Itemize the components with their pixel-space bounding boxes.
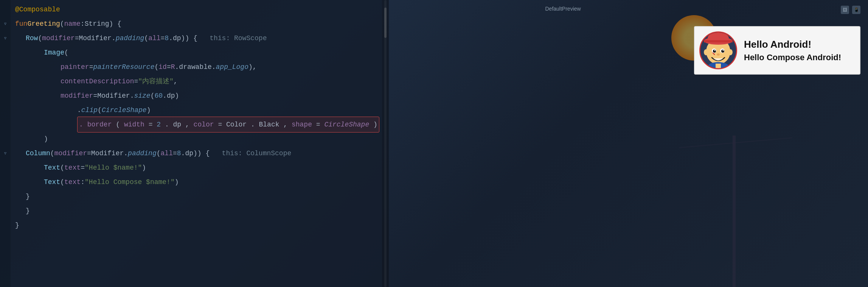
code-line-8: . clip ( CircleShape ): [15, 103, 377, 117]
gutter-item-3[interactable]: ▽: [3, 31, 8, 45]
gutter-item-4: [3, 45, 8, 60]
collapse-icon-2[interactable]: ▽: [4, 36, 6, 41]
gutter-item-2[interactable]: ▽: [3, 17, 8, 31]
code-line-9: . border ( width = 2 . dp , color = Colo…: [15, 117, 377, 132]
gutter-item-12: [3, 161, 8, 175]
gutter-item-8: [3, 103, 8, 117]
code-line-15: }: [15, 204, 377, 218]
scrollbar-panel: [382, 0, 389, 287]
gutter-item-11[interactable]: ▽: [3, 146, 8, 161]
token-text1: Text: [44, 161, 60, 175]
token-colon: :: [81, 17, 85, 31]
preview-toolbar: 🖼 📱: [841, 6, 860, 14]
device-icon: 📱: [854, 7, 859, 13]
token-column: Column: [26, 146, 50, 161]
token-close: ) {: [109, 17, 121, 31]
gutter-item-13: [3, 175, 8, 189]
token-fn-name: Greeting: [27, 17, 60, 31]
svg-rect-16: [716, 64, 721, 68]
preview-label: DefaultPreview: [545, 6, 581, 12]
code-line-4: Image (: [15, 45, 377, 60]
code-line-10: ): [15, 132, 377, 146]
gutter-item-14: [3, 189, 8, 204]
token-image: Image: [44, 45, 64, 60]
scrollbar-track[interactable]: [384, 0, 387, 287]
code-line-12: Text ( text = "Hello $name!" ): [15, 161, 377, 175]
person-icon: 🖼: [843, 7, 847, 13]
code-line-3: Row ( modifier = Modifier . padding ( al…: [15, 31, 377, 45]
token-text2: Text: [44, 175, 60, 189]
gutter-item-1: [3, 2, 8, 17]
code-line-11: Column ( modifier = Modifier . padding (…: [15, 146, 377, 161]
preview-card: Hello Android! Hello Compose Android!: [694, 26, 860, 75]
code-line-13: Text ( text : "Hello Compose $name!" ): [15, 175, 377, 189]
gutter-item-5: [3, 60, 8, 74]
gutter-item-15: [3, 204, 8, 218]
gutter-item-6: [3, 74, 8, 89]
collapse-icon-3[interactable]: ▽: [4, 151, 6, 156]
preview-text-block: Hello Android! Hello Compose Android!: [744, 39, 841, 62]
token-fun: fun: [15, 17, 27, 31]
svg-point-10: [714, 50, 716, 51]
gutter-item-10: [3, 132, 8, 146]
gutter-item-16: [3, 218, 8, 232]
token-annotation: @Composable: [15, 2, 60, 17]
code-line-16: }: [15, 218, 377, 232]
svg-point-14: [728, 49, 733, 55]
border-highlight: . border ( width = 2 . dp , color = Colo…: [77, 117, 379, 133]
avatar-container: [699, 31, 737, 69]
code-editor: ▽ ▽ ▽ @Composable fun Greeting ( nam: [0, 0, 382, 287]
preview-panel: 🖼 📱 DefaultPreview: [389, 0, 868, 287]
collapse-icon-1[interactable]: ▽: [4, 22, 6, 26]
scrollbar-thumb[interactable]: [384, 8, 387, 38]
preview-hello-1: Hello Android!: [744, 39, 841, 50]
svg-point-12: [717, 53, 720, 56]
token-row: Row: [26, 31, 38, 45]
editor-gutter: ▽ ▽ ▽: [0, 0, 11, 287]
preview-icon-person[interactable]: 🖼: [841, 6, 849, 14]
svg-rect-4: [704, 40, 733, 42]
gutter-item-9: [3, 117, 8, 132]
preview-icon-device[interactable]: 📱: [852, 6, 860, 14]
preview-hello-2: Hello Compose Android!: [744, 53, 841, 62]
code-line-5: painter = painterResource ( id = R . dra…: [15, 60, 377, 74]
svg-point-11: [723, 50, 724, 51]
gutter-item-7: [3, 89, 8, 103]
code-line-6: contentDescription = "内容描述" ,: [15, 74, 377, 89]
token-paren: (: [60, 17, 64, 31]
code-lines: @Composable fun Greeting ( name : String…: [11, 0, 382, 287]
token-param-type: String: [85, 17, 109, 31]
avatar-image: [700, 33, 736, 68]
code-line-7: modifier = Modifier . size ( 60 . dp ): [15, 89, 377, 103]
token-text-param: text: [64, 175, 81, 189]
code-line-14: }: [15, 189, 377, 204]
svg-point-13: [704, 49, 708, 55]
code-line-1: @Composable: [15, 2, 377, 17]
token-param-name: name: [64, 17, 81, 31]
code-line-2: fun Greeting ( name : String ) {: [15, 17, 377, 31]
